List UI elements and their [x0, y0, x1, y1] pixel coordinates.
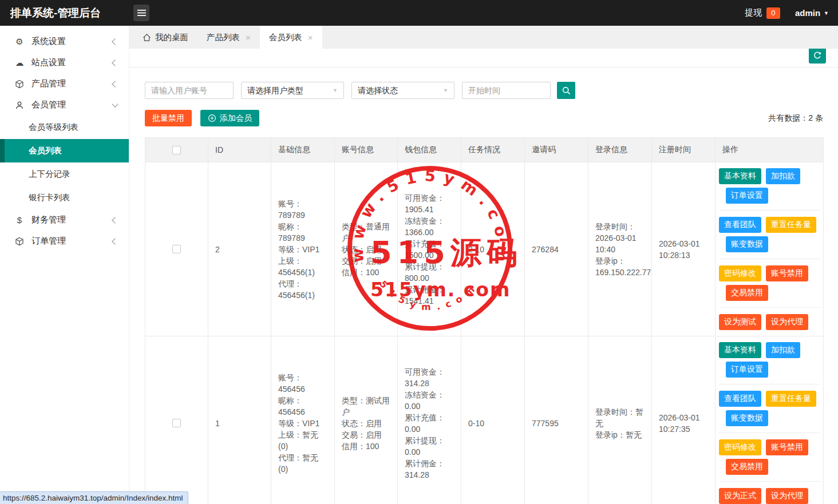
sidebar-toggle-button[interactable] [133, 5, 149, 21]
tabbar: 我的桌面产品列表×会员列表× [129, 26, 838, 49]
op-button[interactable]: 交易禁用 [726, 459, 768, 475]
op-button[interactable]: 重置任务量 [766, 217, 816, 233]
tab-0[interactable]: 我的桌面 [133, 26, 197, 49]
ops-group: 设为测试设为代理 [719, 314, 820, 330]
bulk-disable-button[interactable]: 批量禁用 [145, 110, 192, 126]
ops-divider [719, 210, 820, 211]
op-button[interactable]: 密码修改 [719, 439, 761, 455]
ops-divider [719, 481, 820, 482]
op-button[interactable]: 加扣款 [766, 342, 800, 358]
op-button[interactable]: 设为代理 [766, 488, 808, 504]
cell-task: 0-10 [461, 336, 525, 504]
op-button[interactable]: 设为测试 [719, 314, 761, 330]
sidebar-subitem-3-1[interactable]: 会员列表 [0, 139, 129, 162]
column-header-4: 任务情况 [461, 138, 525, 162]
ops-group: 查看团队重置任务量账变数据 [719, 217, 820, 252]
op-button[interactable]: 基本资料 [719, 168, 761, 184]
tab-2[interactable]: 会员列表× [260, 26, 322, 49]
row-checkbox[interactable] [172, 245, 181, 253]
info-line: 累计佣金：1541.41 [405, 284, 454, 307]
op-button[interactable]: 加扣款 [766, 168, 800, 184]
account-search-input[interactable] [145, 82, 234, 99]
sidebar-item-0[interactable]: ⚙系统设置 [0, 31, 129, 52]
op-button[interactable]: 订单设置 [726, 188, 768, 204]
caret-down-icon: ▼ [824, 10, 829, 16]
tab-1[interactable]: 产品列表× [197, 26, 260, 49]
op-button[interactable]: 基本资料 [719, 342, 761, 358]
column-header-3: 钱包信息 [398, 138, 461, 162]
op-button[interactable]: 查看团队 [719, 217, 761, 233]
select-all-checkbox[interactable] [172, 146, 181, 154]
filters-row: 请选择用户类型 ▼ 请选择状态 ▼ [145, 82, 823, 99]
withdraw-link[interactable]: 提现 [745, 7, 762, 18]
column-header-2: 账号信息 [335, 138, 398, 162]
info-line: 昵称：789789 [278, 221, 327, 244]
op-button[interactable]: 设为代理 [766, 314, 808, 330]
op-button[interactable]: 交易禁用 [726, 285, 768, 301]
info-line: 状态：启用 [342, 418, 390, 429]
chevron-left-icon [112, 238, 118, 244]
op-button[interactable]: 账号禁用 [766, 265, 808, 281]
info-line: 累计充值：1500.00 [405, 238, 454, 261]
search-button[interactable] [557, 82, 575, 99]
info-line: 类型：测试用户 [342, 395, 390, 418]
info-line: 类型：普通用户 [342, 221, 390, 244]
op-button[interactable]: 订单设置 [726, 362, 768, 378]
status-select[interactable]: 请选择状态 ▼ [351, 82, 454, 99]
cell-basic-info: 账号：456456昵称：456456等级：VIP1上级：暂无(0)代理：暂无(0… [271, 336, 335, 504]
chevron-left-icon [112, 38, 118, 45]
sidebar-item-5[interactable]: 订单管理 [0, 231, 129, 252]
sidebar-item-label: 会员管理 [31, 100, 66, 110]
tab-close-icon[interactable]: × [246, 33, 251, 42]
ops-divider [719, 259, 820, 259]
home-icon [143, 33, 151, 42]
cell-id: 1 [208, 336, 271, 504]
ops-group: 密码修改账号禁用交易禁用 [719, 439, 820, 475]
table-header-row: ID基础信息账号信息钱包信息任务情况邀请码登录信息注册时间操作 [145, 138, 824, 162]
row-checkbox[interactable] [172, 419, 181, 427]
op-button[interactable]: 密码修改 [719, 265, 761, 281]
sidebar-item-4[interactable]: $财务管理 [0, 209, 129, 231]
ops-group: 查看团队重置任务量账变数据 [719, 391, 820, 426]
chevron-down-icon [112, 101, 118, 107]
sidebar-subitem-3-0[interactable]: 会员等级列表 [0, 116, 129, 139]
tab-close-icon[interactable]: × [308, 33, 313, 42]
column-header-7: 注册时间 [652, 138, 716, 162]
sidebar-subitem-3-2[interactable]: 上下分记录 [0, 162, 129, 186]
info-line: 累计充值：0.00 [405, 412, 454, 435]
caret-down-icon: ▼ [333, 82, 338, 98]
info-line: 累计佣金：314.28 [405, 458, 454, 481]
user-type-select[interactable]: 请选择用户类型 ▼ [241, 82, 344, 99]
info-line: 代理：暂无(0) [278, 452, 327, 475]
column-header-6: 登录信息 [588, 138, 652, 162]
sidebar-item-2[interactable]: 产品管理 [0, 73, 129, 94]
sidebar-nav: ⚙系统设置☁站点设置产品管理会员管理会员等级列表会员列表上下分记录银行卡列表$财… [0, 26, 129, 504]
header-right: 提现 0 admin ▼ [745, 0, 829, 26]
info-line: 登录时间：暂无 [595, 406, 645, 429]
cell-account-info: 类型：普通用户状态：启用交易：启用信用：100 [335, 162, 398, 336]
add-member-button[interactable]: 添加会员 [200, 110, 259, 126]
start-time-input[interactable] [462, 82, 551, 99]
refresh-button[interactable] [809, 47, 826, 64]
user-menu[interactable]: admin [795, 8, 820, 18]
hamburger-icon [137, 9, 146, 17]
sidebar-subitem-3-3[interactable]: 银行卡列表 [0, 186, 129, 209]
op-button[interactable]: 查看团队 [719, 391, 761, 407]
op-button[interactable]: 账变数据 [726, 410, 768, 426]
op-button[interactable]: 账号禁用 [766, 439, 808, 455]
browser-status-bar: https://685.2.haiwaiym31.top/admin/Index… [0, 491, 188, 504]
op-button[interactable]: 重置任务量 [766, 391, 816, 407]
sidebar-item-1[interactable]: ☁站点设置 [0, 52, 129, 73]
op-button[interactable]: 账变数据 [726, 236, 768, 252]
add-member-label: 添加会员 [220, 113, 252, 124]
info-line: 代理：456456(1) [278, 278, 327, 301]
info-line: 冻结资金：1366.00 [405, 215, 454, 238]
ops-group: 设为正式设为代理 [719, 488, 820, 504]
refresh-icon [813, 51, 822, 60]
ops-group: 密码修改账号禁用交易禁用 [719, 265, 820, 301]
info-line: 等级：VIP1 [278, 244, 327, 255]
table-row: 1账号：456456昵称：456456等级：VIP1上级：暂无(0)代理：暂无(… [145, 336, 824, 504]
table-row: 2账号：789789昵称：789789等级：VIP1上级：456456(1)代理… [145, 162, 824, 336]
sidebar-item-3[interactable]: 会员管理 [0, 94, 129, 116]
op-button[interactable]: 设为正式 [719, 488, 761, 504]
